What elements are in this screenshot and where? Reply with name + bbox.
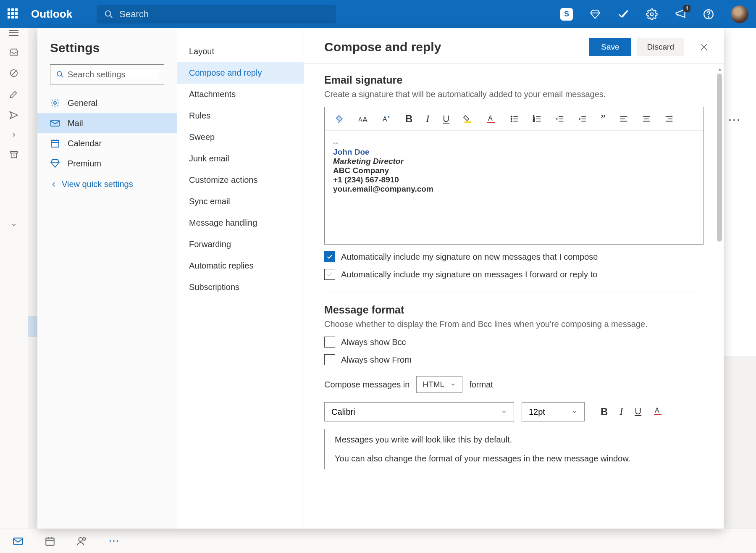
nav-calendar[interactable]: Calendar	[37, 133, 177, 153]
skype-icon[interactable]: S	[560, 8, 573, 21]
sub-compose-reply[interactable]: Compose and reply	[177, 62, 304, 84]
diamond-icon[interactable]	[590, 9, 601, 20]
view-quick-settings-link[interactable]: View quick settings	[37, 174, 177, 195]
nav-label: Premium	[68, 159, 101, 169]
people-module-icon[interactable]	[76, 536, 87, 547]
more-options-icon[interactable]: ⋯	[728, 112, 742, 127]
font-color-icon[interactable]: A	[486, 114, 496, 124]
sub-junk[interactable]: Junk email	[177, 148, 304, 169]
todo-icon[interactable]	[617, 8, 629, 20]
font-family-value: Calibri	[331, 407, 355, 417]
search-input[interactable]	[119, 9, 328, 20]
mail-module-icon[interactable]	[13, 536, 24, 547]
global-search[interactable]	[97, 5, 336, 24]
checkbox-from-label: Always show From	[341, 355, 412, 365]
app-launcher-icon[interactable]	[8, 8, 19, 20]
gear-icon[interactable]	[646, 8, 658, 20]
close-icon[interactable]	[699, 42, 709, 52]
scroll-up-arrow-icon[interactable]: ▲	[718, 67, 722, 71]
bold-icon[interactable]: B	[405, 113, 412, 125]
sub-rules[interactable]: Rules	[177, 105, 304, 126]
settings-content: Compose and reply Save Discard ▲ Email s…	[304, 28, 724, 529]
left-rail	[0, 28, 28, 529]
italic-icon[interactable]: I	[620, 406, 623, 418]
chevron-right-icon[interactable]	[10, 132, 17, 138]
more-modules-icon[interactable]: ⋯	[108, 535, 120, 548]
italic-icon[interactable]: I	[426, 113, 429, 124]
preview-line1: Messages you write will look like this b…	[335, 435, 704, 445]
save-button[interactable]: Save	[589, 38, 631, 56]
sig-dashes: --	[333, 138, 695, 147]
svg-point-16	[57, 71, 61, 76]
font-icon[interactable]: AA	[358, 114, 368, 124]
drafts-icon[interactable]	[9, 90, 18, 99]
indent-icon[interactable]	[578, 114, 587, 124]
highlight-icon[interactable]	[463, 114, 473, 124]
font-family-select[interactable]: Calibri	[324, 402, 514, 421]
help-icon[interactable]	[703, 9, 714, 20]
svg-point-0	[105, 11, 111, 16]
settings-sidebar: Settings General Mail Calendar Premium V…	[37, 28, 177, 529]
underline-icon[interactable]: U	[635, 406, 641, 418]
sub-subscriptions[interactable]: Subscriptions	[177, 276, 304, 298]
underline-icon[interactable]: U	[443, 113, 449, 124]
compose-format-select[interactable]: HTML	[416, 376, 462, 393]
quick-link-label: View quick settings	[62, 179, 133, 189]
blocked-icon[interactable]	[9, 68, 18, 78]
number-list-icon[interactable]: 123	[533, 114, 542, 124]
font-size-select[interactable]: 12pt	[522, 402, 585, 421]
quote-icon[interactable]: ”	[601, 113, 606, 125]
editor-toolbar: AA A▾ B I U A 123 ”	[325, 107, 703, 131]
checkbox-sig-new[interactable]	[324, 251, 335, 262]
svg-point-18	[54, 102, 56, 104]
outdent-icon[interactable]	[555, 114, 564, 124]
checkbox-from[interactable]	[324, 354, 335, 365]
avatar[interactable]	[731, 5, 748, 23]
archive-icon[interactable]	[9, 150, 18, 159]
bold-icon[interactable]: B	[601, 406, 608, 418]
sent-icon[interactable]	[9, 111, 18, 120]
signature-section-desc: Create a signature that will be automati…	[324, 90, 704, 99]
font-color-icon[interactable]: A	[653, 406, 663, 416]
hamburger-icon[interactable]	[9, 30, 18, 36]
nav-premium[interactable]: Premium	[37, 153, 177, 174]
format-painter-icon[interactable]	[335, 114, 345, 124]
svg-point-15	[83, 537, 86, 540]
checkbox-sig-reply[interactable]	[324, 269, 335, 280]
align-left-icon[interactable]	[619, 114, 628, 124]
checkbox-bcc-label: Always show Bcc	[341, 337, 406, 347]
nav-general[interactable]: General	[37, 93, 177, 113]
svg-text:3: 3	[533, 119, 535, 123]
scrollbar[interactable]	[717, 74, 722, 242]
whatsnew-icon[interactable]: 4	[675, 8, 686, 21]
svg-point-35	[511, 118, 512, 119]
inbox-icon[interactable]	[9, 47, 18, 57]
nav-label: Mail	[68, 118, 83, 128]
settings-search[interactable]	[50, 64, 164, 84]
sub-forwarding[interactable]: Forwarding	[177, 234, 304, 255]
settings-search-input[interactable]	[68, 70, 158, 79]
sub-customize-actions[interactable]: Customize actions	[177, 169, 304, 191]
sub-layout[interactable]: Layout	[177, 41, 304, 62]
font-size-icon[interactable]: A▾	[382, 114, 392, 124]
chevron-down-icon[interactable]	[10, 221, 17, 228]
align-right-icon[interactable]	[664, 114, 674, 124]
sub-sync[interactable]: Sync email	[177, 191, 304, 212]
align-center-icon[interactable]	[642, 114, 651, 124]
checkbox-bcc[interactable]	[324, 337, 335, 348]
nav-mail[interactable]: Mail	[37, 113, 177, 133]
svg-point-4	[708, 16, 709, 17]
divider	[324, 292, 704, 292]
svg-rect-9	[13, 538, 23, 544]
calendar-module-icon[interactable]	[45, 536, 55, 547]
signature-content[interactable]: -- John Doe Marketing Director ABC Compa…	[325, 131, 703, 244]
sub-auto-replies[interactable]: Automatic replies	[177, 255, 304, 276]
sub-sweep[interactable]: Sweep	[177, 126, 304, 148]
svg-line-1	[110, 15, 113, 18]
svg-text:A: A	[362, 116, 368, 124]
mail-icon	[50, 118, 60, 128]
bullet-list-icon[interactable]	[510, 114, 519, 124]
sub-message-handling[interactable]: Message handling	[177, 212, 304, 234]
sub-attachments[interactable]: Attachments	[177, 84, 304, 105]
discard-button[interactable]: Discard	[637, 38, 684, 56]
